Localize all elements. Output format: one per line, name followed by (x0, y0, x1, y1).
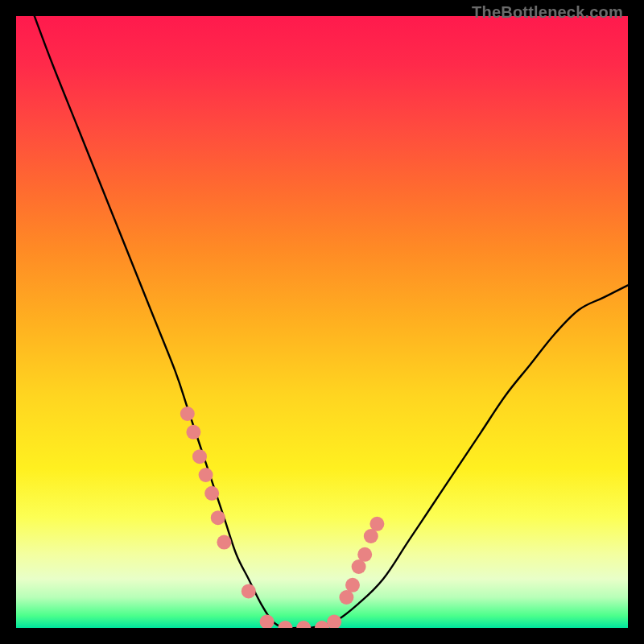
marker-point (204, 486, 219, 501)
marker-point (345, 578, 360, 592)
marker-point (369, 517, 384, 531)
plot-area (16, 16, 628, 628)
bottleneck-curve (35, 16, 628, 628)
marker-point (186, 425, 200, 440)
marker-point (357, 547, 372, 562)
marker-point (278, 621, 292, 628)
marker-point (180, 407, 195, 421)
marker-point (260, 614, 275, 628)
marker-point (199, 468, 213, 482)
marker-point (211, 510, 225, 525)
marker-point (217, 535, 231, 550)
marker-point (192, 449, 207, 464)
highlight-markers (180, 407, 385, 628)
watermark-text: TheBottleneck.com (472, 3, 623, 22)
marker-point (327, 614, 341, 628)
chart-svg (16, 16, 628, 628)
marker-point (296, 621, 311, 628)
chart-frame (16, 16, 628, 628)
marker-point (242, 584, 256, 598)
